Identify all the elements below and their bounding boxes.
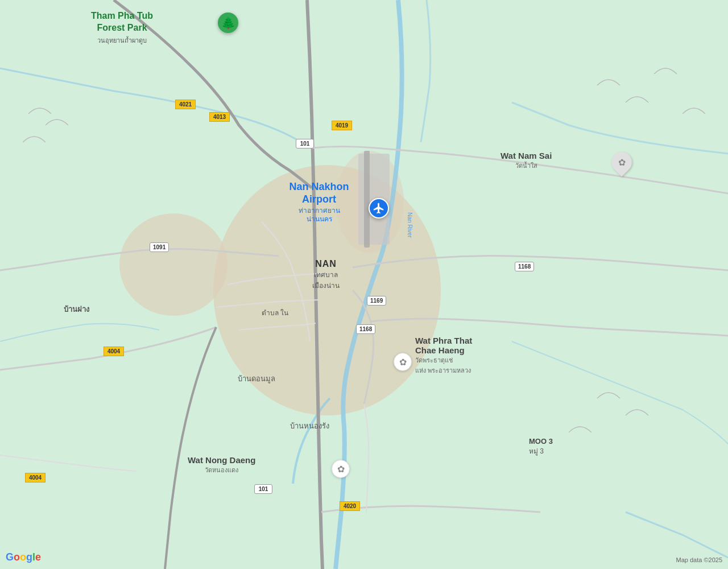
- road-badge-101-bot: 101: [254, 484, 272, 494]
- google-logo: Google: [6, 551, 41, 563]
- svg-rect-7: [364, 151, 370, 248]
- road-badge-4004-bot: 4004: [25, 473, 46, 483]
- road-badge-4004-top: 4004: [104, 347, 124, 356]
- road-badge-4013: 4013: [209, 112, 230, 122]
- map-attribution: Map data ©2025: [676, 556, 723, 563]
- road-badge-1091: 1091: [150, 242, 169, 252]
- map-svg: [0, 0, 728, 569]
- road-badge-4020: 4020: [340, 501, 360, 511]
- road-badge-1168-low: 1168: [356, 324, 375, 334]
- map-container: 4021 4013 4019 101 1091 1169 1168 1168 4…: [0, 0, 728, 569]
- road-badge-101-top: 101: [296, 139, 314, 149]
- wat-nam-sai-pin[interactable]: ✿: [611, 152, 632, 172]
- wat-phra-that-icon[interactable]: ✿: [394, 353, 412, 371]
- road-badge-4019: 4019: [332, 121, 352, 130]
- road-badge-1169: 1169: [367, 296, 386, 306]
- road-badge-4021: 4021: [175, 100, 196, 109]
- road-badge-1168-mid: 1168: [515, 262, 534, 271]
- svg-point-3: [213, 165, 441, 415]
- airport-icon[interactable]: [369, 198, 389, 218]
- wat-nong-daeng-icon[interactable]: ✿: [332, 460, 350, 478]
- airplane-svg: [373, 202, 385, 215]
- forest-park-icon[interactable]: 🌲: [218, 13, 238, 33]
- svg-point-4: [119, 213, 228, 316]
